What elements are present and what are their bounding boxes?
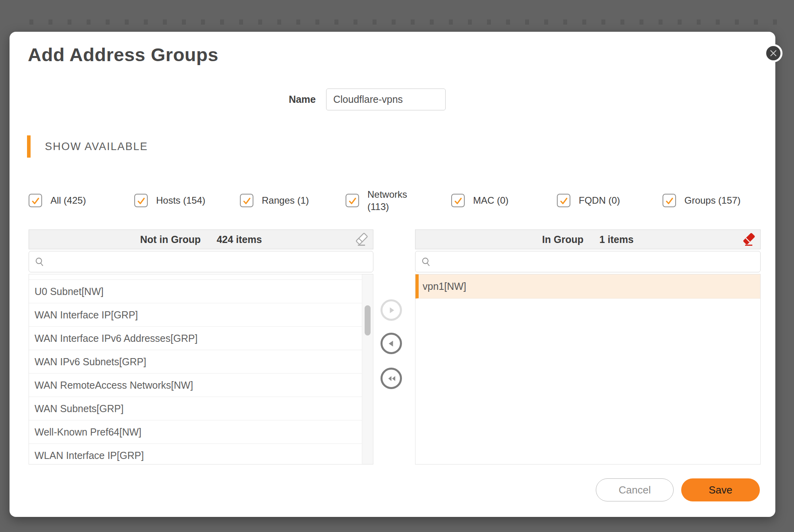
eraser-red-icon[interactable]	[742, 233, 755, 247]
check-icon	[241, 196, 252, 206]
list-item[interactable]: WAN Interface IPv6 Addresses[GRP]	[29, 327, 362, 350]
name-label: Name	[256, 94, 316, 105]
search-input[interactable]	[435, 252, 760, 272]
list-item-label: WAN Subnets[GRP]	[35, 403, 124, 414]
background-dots	[29, 19, 778, 25]
not-in-group-list: U0 Subnet[NW]WAN Interface IP[GRP]WAN In…	[29, 274, 373, 465]
close-icon	[768, 48, 779, 58]
list-item[interactable]: WAN Subnets[GRP]	[29, 397, 362, 420]
save-button[interactable]: Save	[681, 478, 760, 501]
filter-checkbox-groups[interactable]: Groups (157)	[663, 183, 768, 218]
arrow-right-icon	[386, 305, 397, 316]
list-item-label: Well-Known Pref64[NW]	[35, 426, 141, 438]
in-group-list: vpn1[NW]	[415, 274, 761, 465]
filter-label: All (425)	[50, 194, 86, 206]
panel-title: Not in Group	[140, 234, 201, 245]
list-item-label: WAN RemoteAccess Networks[NW]	[35, 380, 193, 391]
filter-label: Hosts (154)	[156, 194, 205, 206]
search-box	[415, 251, 761, 272]
checkbox-icon[interactable]	[346, 194, 359, 207]
filter-label: MAC (0)	[473, 194, 508, 206]
section-accent-bar	[27, 135, 31, 158]
in-group-panel: In Group 1 items	[415, 229, 761, 465]
list-item[interactable]: WAN IPv6 Subnets[GRP]	[29, 350, 362, 374]
checkbox-icon[interactable]	[557, 194, 570, 207]
list-item-label: WAN IPv6 Subnets[GRP]	[35, 356, 146, 368]
page-title: Add Address Groups	[28, 44, 218, 66]
list-item[interactable]: U0 Subnet[NW]	[29, 279, 362, 303]
list-item-label: WLAN Interface IP[GRP]	[35, 450, 144, 461]
arrow-left-icon	[386, 338, 397, 349]
name-row: Name	[256, 89, 446, 110]
name-input[interactable]	[326, 89, 446, 110]
panel-count: 1 items	[599, 234, 634, 245]
not-in-group-header: Not in Group 424 items	[29, 229, 373, 249]
search-icon	[421, 256, 431, 267]
filter-label: Ranges (1)	[262, 194, 309, 206]
move-all-left-button[interactable]	[381, 368, 402, 389]
section-header-label: SHOW AVAILABLE	[45, 141, 148, 153]
filter-checkbox-ranges[interactable]: Ranges (1)	[240, 183, 346, 218]
checkbox-icon[interactable]	[240, 194, 253, 207]
list-item[interactable]: WLAN Interface IP[GRP]	[29, 444, 362, 465]
list-item[interactable]: Well-Known Pref64[NW]	[29, 420, 362, 444]
check-icon	[453, 196, 464, 206]
filter-row: All (425)Hosts (154)Ranges (1)Networks (…	[29, 183, 768, 218]
filter-label: Networks (113)	[367, 188, 414, 213]
cancel-button[interactable]: Cancel	[596, 478, 674, 501]
filter-label: Groups (157)	[684, 194, 740, 206]
check-icon	[347, 196, 358, 206]
panel-count: 424 items	[216, 234, 262, 245]
scrollbar-thumb[interactable]	[365, 305, 371, 335]
search-box	[29, 251, 373, 272]
eraser-icon[interactable]	[355, 233, 368, 247]
filter-label: FQDN (0)	[579, 194, 620, 206]
move-right-button[interactable]	[381, 299, 402, 321]
selected-list-item[interactable]: vpn1[NW]	[415, 274, 760, 299]
not-in-group-panel: Not in Group 424 items	[29, 229, 373, 465]
add-address-groups-dialog: Add Address Groups Name SHOW AVAILABLE A…	[10, 32, 775, 517]
in-group-header: In Group 1 items	[415, 229, 761, 249]
checkbox-icon[interactable]	[134, 194, 148, 207]
list-item[interactable]: WAN RemoteAccess Networks[NW]	[29, 374, 362, 397]
search-input[interactable]	[49, 252, 373, 272]
checkbox-icon[interactable]	[29, 194, 42, 207]
list-item-label: WAN Interface IPv6 Addresses[GRP]	[35, 333, 197, 344]
check-icon	[558, 196, 569, 206]
list-item-label: vpn1[NW]	[423, 281, 466, 292]
panel-title: In Group	[542, 234, 583, 245]
search-icon	[34, 256, 45, 267]
check-icon	[30, 196, 41, 206]
check-icon	[664, 196, 675, 206]
filter-checkbox-hosts[interactable]: Hosts (154)	[134, 183, 240, 218]
list-item-label: WAN Interface IP[GRP]	[35, 309, 138, 321]
filter-checkbox-mac[interactable]: MAC (0)	[451, 183, 557, 218]
check-icon	[136, 196, 147, 206]
close-button[interactable]	[764, 44, 782, 62]
scrollbar-track[interactable]	[362, 274, 373, 464]
list-item[interactable]: WAN Interface IP[GRP]	[29, 303, 362, 327]
checkbox-icon[interactable]	[663, 194, 676, 207]
list-item-label: U0 Subnet[NW]	[35, 286, 104, 297]
double-arrow-left-icon	[386, 373, 397, 384]
move-left-button[interactable]	[381, 333, 402, 354]
filter-checkbox-networks[interactable]: Networks (113)	[346, 183, 451, 218]
section-header: SHOW AVAILABLE	[27, 135, 148, 158]
filter-checkbox-fqdn[interactable]: FQDN (0)	[557, 183, 663, 218]
filter-checkbox-all[interactable]: All (425)	[29, 183, 134, 218]
screen: Add Address Groups Name SHOW AVAILABLE A…	[0, 0, 794, 532]
checkbox-icon[interactable]	[451, 194, 465, 207]
